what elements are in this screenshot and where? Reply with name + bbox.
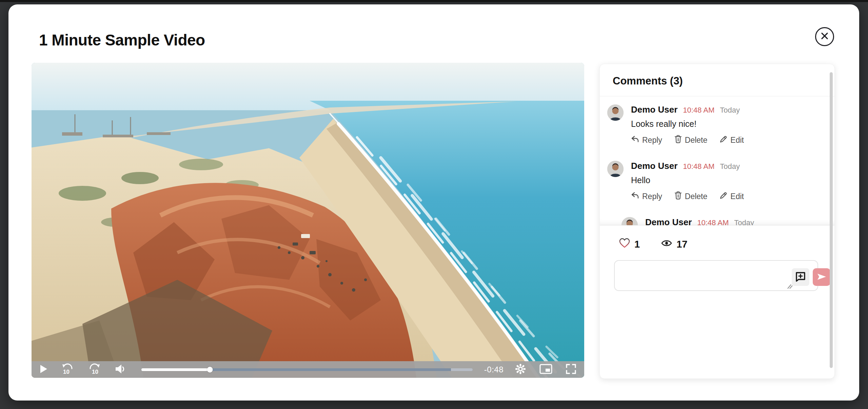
comment-input[interactable] bbox=[614, 260, 818, 291]
delete-button[interactable]: Delete bbox=[674, 191, 707, 201]
avatar bbox=[622, 217, 638, 226]
rewind-10-icon: 10 bbox=[61, 363, 74, 376]
comment-time: 10:48 AM bbox=[697, 218, 729, 226]
volume-icon bbox=[115, 364, 126, 375]
pencil-icon bbox=[719, 135, 727, 145]
edit-button[interactable]: Edit bbox=[719, 192, 744, 201]
comment-text: Looks really nice! bbox=[631, 119, 824, 129]
pencil-icon bbox=[719, 192, 727, 201]
close-icon bbox=[820, 31, 830, 42]
comment-text: Hello bbox=[631, 175, 824, 185]
settings-gear-icon bbox=[515, 364, 526, 376]
forward-10-icon: 10 bbox=[88, 363, 101, 376]
add-comment-button[interactable] bbox=[792, 268, 809, 286]
fullscreen-icon bbox=[566, 364, 576, 375]
avatar bbox=[607, 104, 624, 121]
settings-button[interactable] bbox=[515, 361, 526, 378]
pip-button[interactable] bbox=[539, 361, 552, 378]
view-count: 17 bbox=[676, 239, 687, 250]
time-remaining: -0:48 bbox=[484, 365, 504, 374]
reply-arrow-icon bbox=[631, 192, 639, 201]
forward-10-button[interactable]: 10 bbox=[88, 361, 101, 378]
avatar bbox=[607, 161, 624, 177]
like-button[interactable]: 1 bbox=[619, 238, 640, 251]
comment-time: 10:48 AM bbox=[683, 162, 714, 171]
comment-date: Today bbox=[720, 162, 740, 171]
comment-item-2: Demo User 10:48 AM Today Hello Reply Del… bbox=[607, 161, 824, 201]
close-button[interactable] bbox=[815, 27, 834, 46]
video-modal: 1 Minute Sample Video bbox=[8, 4, 859, 401]
picture-in-picture-icon bbox=[539, 364, 552, 375]
trash-icon bbox=[674, 191, 682, 201]
rewind-10-button[interactable]: 10 bbox=[61, 361, 74, 378]
view-counter: 17 bbox=[661, 239, 687, 250]
trash-icon bbox=[674, 135, 682, 145]
comments-panel: Comments (3) Demo User 10:48 AM bbox=[599, 64, 835, 379]
comments-scrollbar[interactable] bbox=[830, 72, 833, 368]
progress-thumb[interactable] bbox=[207, 367, 213, 372]
comment-date: Today bbox=[734, 218, 754, 226]
like-count: 1 bbox=[634, 239, 640, 250]
comment-author: Demo User bbox=[631, 161, 677, 171]
progress-buffer-tail bbox=[451, 368, 472, 371]
send-comment-button[interactable] bbox=[813, 268, 830, 286]
reply-button[interactable]: Reply bbox=[631, 135, 662, 145]
video-frame-beach-aerial bbox=[32, 63, 584, 378]
comment-author: Demo User bbox=[645, 217, 692, 226]
video-stats-row: 1 17 bbox=[600, 226, 834, 259]
progress-played bbox=[141, 368, 210, 371]
play-button[interactable] bbox=[40, 361, 47, 378]
svg-text:10: 10 bbox=[63, 369, 70, 375]
comment-item-1: Demo User 10:48 AM Today Looks really ni… bbox=[607, 104, 824, 145]
progress-bar[interactable] bbox=[141, 368, 473, 371]
fullscreen-button[interactable] bbox=[566, 361, 576, 378]
comment-date: Today bbox=[720, 106, 740, 115]
video-controls-bar: 10 10 bbox=[32, 361, 584, 378]
send-plane-icon bbox=[816, 272, 827, 283]
comment-item-2-reply-1: Demo User 10:48 AM Today Great nested re… bbox=[622, 217, 824, 226]
video-player[interactable]: 10 10 bbox=[32, 63, 584, 378]
edit-button[interactable]: Edit bbox=[719, 135, 744, 145]
heart-icon bbox=[619, 238, 630, 251]
page-title: 1 Minute Sample Video bbox=[39, 31, 205, 49]
comment-time: 10:48 AM bbox=[683, 106, 714, 115]
comment-input-row bbox=[614, 260, 822, 291]
comments-header: Comments (3) bbox=[600, 64, 834, 96]
volume-button[interactable] bbox=[115, 361, 126, 378]
delete-button[interactable]: Delete bbox=[674, 135, 707, 145]
reply-button[interactable]: Reply bbox=[631, 192, 662, 201]
eye-icon bbox=[661, 239, 672, 250]
comment-author: Demo User bbox=[631, 104, 677, 115]
backdrop-top-edge bbox=[0, 0, 868, 2]
reply-arrow-icon bbox=[631, 135, 639, 145]
comments-list: Demo User 10:48 AM Today Looks really ni… bbox=[600, 96, 834, 226]
play-icon bbox=[40, 365, 47, 375]
chat-plus-icon bbox=[795, 271, 806, 284]
svg-text:10: 10 bbox=[92, 369, 98, 375]
